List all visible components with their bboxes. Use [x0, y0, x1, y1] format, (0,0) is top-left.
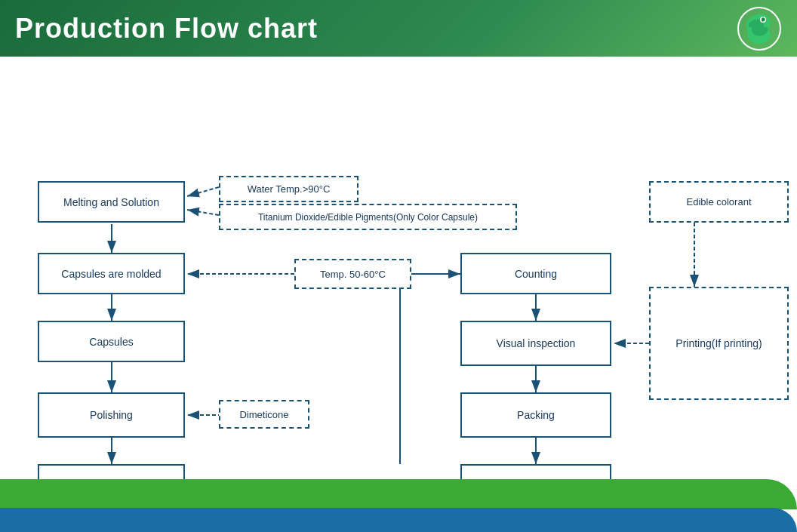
counting-box: Counting: [460, 253, 611, 294]
packing-box: Packing: [460, 392, 611, 438]
footer-blue: [0, 508, 797, 532]
edible-colorant-box: Edible colorant: [649, 181, 789, 223]
dimeticone-box: Dimeticone: [219, 400, 309, 429]
polishing-box: Polishing: [38, 392, 185, 438]
temp-50-box: Temp. 50-60°C: [294, 259, 411, 289]
header: Production Flow chart: [0, 0, 797, 57]
footer-green: [0, 479, 797, 509]
page-title: Production Flow chart: [15, 13, 318, 45]
svg-line-13: [187, 210, 219, 215]
capsules-box: Capsules: [38, 321, 185, 362]
titanium-box: Titanium Dioxide/Edible Pigments(Only Co…: [219, 204, 517, 230]
logo-icon: [737, 6, 782, 51]
flowchart: Melting and Solution Capsules are molded…: [15, 64, 782, 464]
melting-box: Melting and Solution: [38, 181, 185, 223]
printing-box: Printing(If printing): [649, 287, 789, 400]
svg-line-12: [187, 187, 219, 196]
footer: [0, 472, 797, 532]
visual-inspection-box: Visual inspection: [460, 321, 611, 366]
capsules-molded-box: Capsules are molded: [38, 253, 185, 294]
water-temp-box: Water Temp.>90°C: [219, 176, 358, 202]
flowchart-area: Melting and Solution Capsules are molded…: [0, 57, 797, 472]
